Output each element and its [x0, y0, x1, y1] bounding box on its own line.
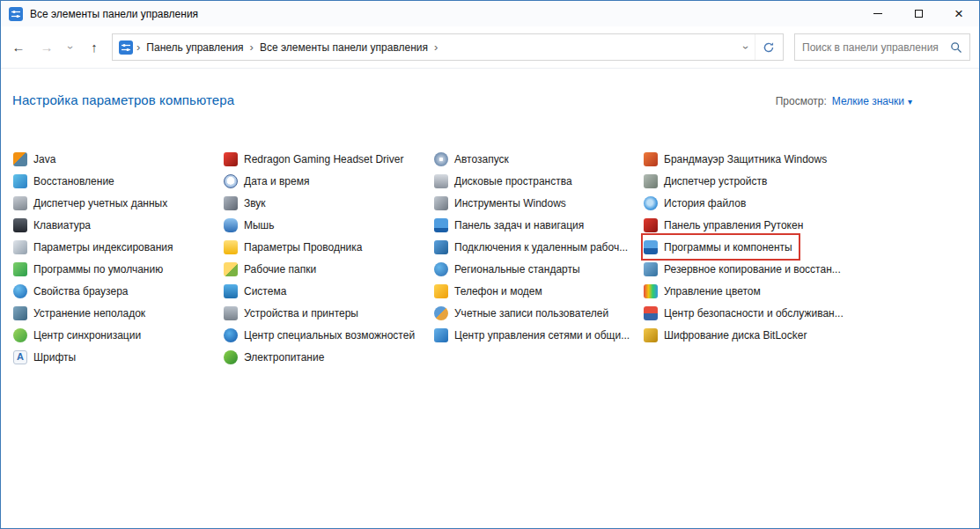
- control-panel-item[interactable]: Телефон и модем: [434, 280, 548, 302]
- control-panel-item[interactable]: Дисковые пространства: [434, 170, 578, 192]
- network-sharing-icon: [434, 328, 448, 342]
- search-icon[interactable]: [950, 41, 962, 54]
- close-button[interactable]: ×: [939, 1, 979, 26]
- window-controls: ×: [858, 1, 979, 26]
- control-panel-item[interactable]: Центр специальных возможностей: [224, 324, 420, 346]
- breadcrumb-chevron-icon[interactable]: ›: [247, 40, 257, 54]
- control-panel-item[interactable]: Мышь: [224, 214, 280, 236]
- item-label: Брандмауэр Защитника Windows: [664, 153, 827, 165]
- item-label: Шрифты: [33, 351, 76, 364]
- breadcrumb-control-panel[interactable]: Панель управления: [144, 41, 246, 54]
- items-column-1: Java Восстановление Диспетчер учетных да…: [13, 148, 224, 368]
- color-management-icon: [644, 284, 658, 298]
- minimize-button[interactable]: [858, 1, 898, 26]
- control-panel-item[interactable]: Диспетчер устройств: [644, 170, 772, 192]
- control-panel-item[interactable]: Региональные стандарты: [434, 258, 586, 280]
- item-label: Электропитание: [244, 351, 324, 364]
- item-label: Java: [33, 153, 55, 165]
- item-label: История файлов: [664, 197, 746, 209]
- back-button[interactable]: ←: [4, 34, 33, 61]
- item-label: Клавиатура: [33, 219, 91, 231]
- control-panel-item[interactable]: Управление цветом: [644, 280, 766, 302]
- storage-spaces-icon: [434, 174, 448, 188]
- firewall-icon: [644, 152, 658, 166]
- control-panel-item[interactable]: Центр безопасности и обслуживан...: [644, 302, 849, 324]
- item-label: Мышь: [244, 219, 275, 231]
- control-panel-item[interactable]: Учетные записи пользователей: [434, 302, 614, 324]
- maximize-button[interactable]: [898, 1, 939, 26]
- control-panel-item[interactable]: Центр синхронизации: [13, 324, 146, 346]
- item-label: Подключения к удаленным рабоч...: [454, 241, 628, 253]
- control-panel-item[interactable]: Автозапуск: [434, 148, 514, 170]
- forward-button[interactable]: →: [33, 34, 61, 61]
- page-title: Настройка параметров компьютера: [12, 92, 234, 107]
- control-panel-item[interactable]: История файлов: [644, 192, 751, 214]
- control-panel-item[interactable]: Redragon Gaming Headset Driver: [224, 148, 409, 170]
- control-panel-item[interactable]: Устранение неполадок: [13, 302, 151, 324]
- redragon-driver-icon: [224, 152, 238, 166]
- autoplay-icon: [434, 152, 448, 166]
- chevron-down-icon: ›: [64, 46, 77, 49]
- java-icon: [13, 152, 27, 166]
- maximize-icon: [915, 10, 923, 18]
- control-panel-item[interactable]: Панель управления Рутокен: [644, 214, 808, 236]
- header-row: Настройка параметров компьютера Просмотр…: [1, 69, 979, 107]
- control-panel-item[interactable]: Шифрование диска BitLocker: [644, 324, 812, 346]
- control-panel-item[interactable]: Программы и компоненты: [644, 236, 798, 258]
- items-column-4: Брандмауэр Защитника Windows Диспетчер у…: [644, 148, 979, 346]
- item-label: Управление цветом: [664, 285, 761, 298]
- control-panel-item[interactable]: Дата и время: [224, 170, 314, 192]
- control-panel-item[interactable]: Устройства и принтеры: [224, 302, 364, 324]
- breadcrumb-chevron-icon[interactable]: ›: [133, 40, 144, 54]
- control-panel-item[interactable]: Восстановление: [13, 170, 120, 192]
- control-panel-item[interactable]: Java: [13, 148, 61, 170]
- control-panel-item[interactable]: Система: [224, 280, 291, 302]
- control-panel-item[interactable]: Свойства браузера: [13, 280, 134, 302]
- control-panel-item[interactable]: Параметры Проводника: [224, 236, 367, 258]
- minimize-icon: [873, 13, 882, 14]
- item-label: Устройства и принтеры: [244, 307, 358, 320]
- item-label: Звук: [244, 197, 266, 209]
- control-panel-item[interactable]: Звук: [224, 192, 271, 214]
- close-icon: ×: [954, 6, 963, 21]
- address-bar[interactable]: › Панель управления › Все элементы панел…: [112, 33, 784, 61]
- refresh-button[interactable]: [755, 34, 781, 60]
- control-panel-item[interactable]: Подключения к удаленным рабоч...: [434, 236, 633, 258]
- item-label: Панель управления Рутокен: [664, 219, 803, 231]
- control-panel-item[interactable]: Программы по умолчанию: [13, 258, 168, 280]
- remote-desktop-icon: [434, 240, 448, 254]
- user-accounts-icon: [434, 306, 448, 320]
- up-button[interactable]: ↑: [80, 34, 108, 61]
- view-by-label: Просмотр:: [776, 95, 827, 107]
- chevron-down-icon[interactable]: ▾: [908, 97, 912, 107]
- control-panel-item[interactable]: Инструменты Windows: [434, 192, 571, 214]
- breadcrumb-chevron-icon[interactable]: ›: [431, 40, 441, 54]
- view-by: Просмотр:Мелкие значки▾: [776, 95, 912, 107]
- control-panel-item[interactable]: Шрифты: [13, 346, 81, 368]
- control-panel-item[interactable]: Электропитание: [224, 346, 329, 368]
- address-dropdown-button[interactable]: ›: [737, 41, 755, 54]
- item-label: Дата и время: [244, 175, 309, 187]
- search-input[interactable]: [802, 41, 945, 54]
- control-panel-item[interactable]: Параметры индексирования: [13, 236, 178, 258]
- control-panel-item[interactable]: Панель задач и навигация: [434, 214, 589, 236]
- history-dropdown-button[interactable]: ›: [61, 34, 80, 61]
- control-panel-item[interactable]: Резервное копирование и восстан...: [644, 258, 846, 280]
- control-panel-item[interactable]: Центр управления сетями и общи...: [434, 324, 635, 346]
- item-label: Программы по умолчанию: [33, 263, 163, 276]
- control-panel-item[interactable]: Клавиатура: [13, 214, 96, 236]
- view-by-dropdown[interactable]: Мелкие значки: [832, 95, 904, 107]
- breadcrumb-all-items[interactable]: Все элементы панели управления: [257, 41, 431, 54]
- control-panel-item[interactable]: Диспетчер учетных данных: [13, 192, 173, 214]
- file-explorer-options-icon: [224, 240, 238, 254]
- recovery-icon: [13, 174, 27, 188]
- item-label: Параметры Проводника: [244, 241, 362, 253]
- items-grid: Java Восстановление Диспетчер учетных да…: [1, 148, 979, 368]
- item-label: Региональные стандарты: [454, 263, 580, 276]
- item-label: Учетные записи пользователей: [454, 307, 608, 320]
- control-panel-window: Все элементы панели управления × ← → › ↑…: [0, 0, 980, 529]
- item-label: Восстановление: [33, 175, 114, 187]
- control-panel-item[interactable]: Брандмауэр Защитника Windows: [644, 148, 832, 170]
- control-panel-item[interactable]: Рабочие папки: [224, 258, 321, 280]
- sound-icon: [224, 196, 238, 210]
